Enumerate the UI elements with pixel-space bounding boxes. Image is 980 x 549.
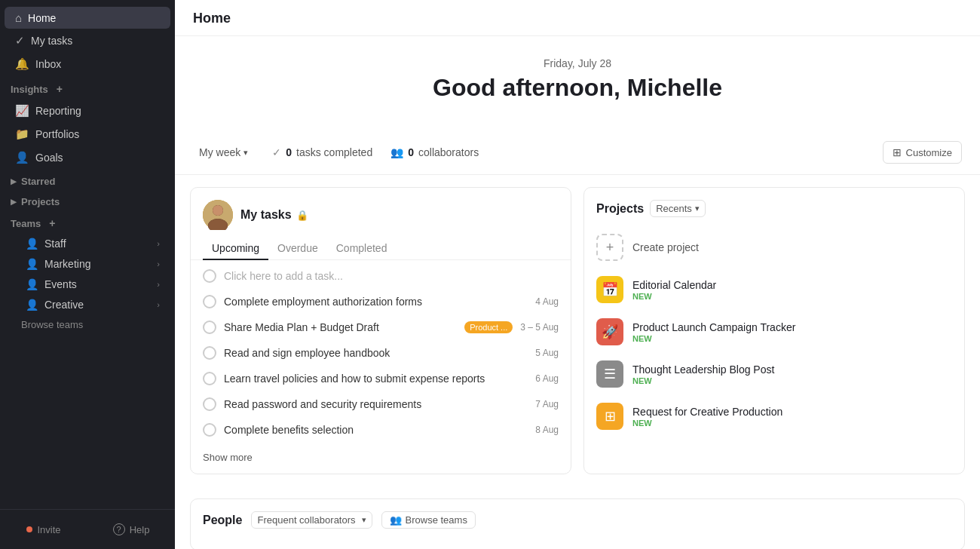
help-icon: ? xyxy=(113,523,125,535)
sidebar-item-my-tasks[interactable]: ✓ My tasks xyxy=(5,29,170,52)
creative-chevron: › xyxy=(157,300,160,309)
task-check xyxy=(203,295,216,308)
add-task-check xyxy=(203,269,216,283)
task-check xyxy=(203,397,216,411)
week-selector[interactable]: My week ▾ xyxy=(193,143,254,161)
project-item[interactable]: 📅 Editorial Calendar NEW xyxy=(584,268,964,311)
help-label: Help xyxy=(130,524,150,535)
task-tag: Product ... xyxy=(464,321,513,333)
create-project-row[interactable]: + Create project xyxy=(584,226,964,268)
projects-title: Projects xyxy=(596,202,644,216)
recents-selector[interactable]: Recents ▾ xyxy=(650,200,706,217)
sidebar-item-goals[interactable]: 👤 Goals xyxy=(5,146,170,169)
project-rows: 📅 Editorial Calendar NEW 🚀 Product Launc… xyxy=(584,268,964,437)
staff-chevron: › xyxy=(157,239,160,248)
browse-teams-label: Browse teams xyxy=(406,514,467,526)
project-item[interactable]: 🚀 Product Launch Campaign Tracker NEW xyxy=(584,311,964,353)
teams-section[interactable]: Teams + xyxy=(0,210,175,233)
project-icon: 🚀 xyxy=(596,318,623,345)
teams-add-button[interactable]: + xyxy=(45,216,59,230)
sidebar-bottom: Invite ? Help xyxy=(0,509,175,549)
sidebar-item-home[interactable]: ⌂ Home xyxy=(5,7,170,29)
add-task-placeholder: Click here to add a task... xyxy=(224,270,343,282)
task-name: Learn travel policies and how to submit … xyxy=(224,373,528,385)
project-item[interactable]: ☰ Thought Leadership Blog Post NEW xyxy=(584,353,964,395)
sidebar-label-home: Home xyxy=(28,12,56,24)
add-task-row[interactable]: Click here to add a task... xyxy=(191,263,571,289)
task-date: 8 Aug xyxy=(535,425,559,435)
person-icon: 👤 xyxy=(26,238,38,250)
sidebar-label-events: Events xyxy=(44,278,77,290)
help-button[interactable]: ? Help xyxy=(89,517,173,541)
task-row[interactable]: Learn travel policies and how to submit … xyxy=(191,366,571,391)
starred-section[interactable]: ▶ Starred xyxy=(0,170,175,190)
browse-teams-sidebar-link[interactable]: Browse teams xyxy=(0,315,175,334)
sidebar-item-staff[interactable]: 👤 Staff › xyxy=(5,234,170,253)
week-chevron: ▾ xyxy=(243,148,248,158)
task-name: Read and sign employee handbook xyxy=(224,347,528,359)
task-rows: Complete employment authorization forms … xyxy=(191,289,571,443)
task-row[interactable]: Complete employment authorization forms … xyxy=(191,289,571,314)
sidebar-label-portfolios: Portfolios xyxy=(35,128,79,140)
projects-card: Projects Recents ▾ + Create project 📅 Ed… xyxy=(583,187,965,474)
insights-add-button[interactable]: + xyxy=(53,82,66,96)
people-card-header: People Frequent collaborators ▾ 👥 Browse… xyxy=(191,499,964,549)
freq-collaborators-selector[interactable]: Frequent collaborators ▾ xyxy=(251,511,372,529)
content-grid: My tasks 🔒 Upcoming Overdue Completed xyxy=(175,175,980,486)
sidebar-item-reporting[interactable]: 📈 Reporting xyxy=(5,100,170,122)
task-date: 7 Aug xyxy=(535,399,559,409)
home-icon: ⌂ xyxy=(15,11,22,24)
browse-teams-button[interactable]: 👥 Browse teams xyxy=(381,511,476,529)
project-badge: NEW xyxy=(632,334,952,343)
goals-icon: 👤 xyxy=(15,151,29,164)
reporting-icon: 📈 xyxy=(15,104,29,118)
task-row[interactable]: Complete benefits selection 8 Aug xyxy=(191,417,571,443)
people-title: People xyxy=(203,514,242,527)
task-date: 3 – 5 Aug xyxy=(520,322,559,333)
browse-teams-icon: 👥 xyxy=(390,514,402,526)
customize-button[interactable]: ⊞ Customize xyxy=(883,141,962,164)
collaborators-label: collaborators xyxy=(418,146,479,158)
project-icon: 📅 xyxy=(596,276,623,303)
project-info: Editorial Calendar NEW xyxy=(632,279,952,301)
project-icon: ⊞ xyxy=(596,403,623,430)
sidebar-item-portfolios[interactable]: 📁 Portfolios xyxy=(5,123,170,146)
person-icon-2: 👤 xyxy=(26,258,38,270)
main-content: Home Friday, July 28 Good afternoon, Mic… xyxy=(175,0,980,549)
check-stat-icon: ✓ xyxy=(272,146,281,158)
sidebar-label-marketing: Marketing xyxy=(44,258,90,270)
sidebar-item-inbox[interactable]: 🔔 Inbox xyxy=(5,53,170,75)
stats-row: My week ▾ ✓ 0 tasks completed 👥 0 collab… xyxy=(175,132,980,175)
project-name: Request for Creative Production xyxy=(632,406,952,418)
recents-label: Recents xyxy=(656,203,692,214)
invite-dot xyxy=(26,526,32,532)
people-section: People Frequent collaborators ▾ 👥 Browse… xyxy=(175,486,980,549)
tab-upcoming[interactable]: Upcoming xyxy=(203,238,268,260)
show-more-button[interactable]: Show more xyxy=(191,446,571,474)
project-name: Editorial Calendar xyxy=(632,279,952,291)
project-badge: NEW xyxy=(632,419,952,428)
task-row[interactable]: Share Media Plan + Budget Draft Product … xyxy=(191,314,571,340)
tab-completed[interactable]: Completed xyxy=(327,238,397,260)
tab-overdue[interactable]: Overdue xyxy=(268,238,327,260)
starred-chevron: ▶ xyxy=(11,177,17,186)
my-tasks-tabs: Upcoming Overdue Completed xyxy=(191,230,571,260)
sidebar-item-marketing[interactable]: 👤 Marketing › xyxy=(5,254,170,274)
insights-section[interactable]: Insights + xyxy=(0,76,175,99)
sidebar-item-events[interactable]: 👤 Events › xyxy=(5,274,170,294)
task-check xyxy=(203,346,216,360)
person-icon-3: 👤 xyxy=(26,278,38,290)
project-item[interactable]: ⊞ Request for Creative Production NEW xyxy=(584,395,964,437)
create-project-icon: + xyxy=(596,234,623,261)
projects-section[interactable]: ▶ Projects xyxy=(0,190,175,210)
sidebar-item-creative[interactable]: 👤 Creative › xyxy=(5,295,170,314)
collaborators-value: 0 xyxy=(408,146,414,158)
task-row[interactable]: Read and sign employee handbook 5 Aug xyxy=(191,340,571,366)
project-info: Request for Creative Production NEW xyxy=(632,406,952,428)
projects-label: Projects xyxy=(21,196,60,207)
hero-date: Friday, July 28 xyxy=(193,57,962,69)
hero-section: Friday, July 28 Good afternoon, Michelle xyxy=(175,36,980,132)
task-row[interactable]: Read password and security requirements … xyxy=(191,391,571,417)
task-date: 5 Aug xyxy=(535,348,559,358)
invite-button[interactable]: Invite xyxy=(2,517,86,541)
